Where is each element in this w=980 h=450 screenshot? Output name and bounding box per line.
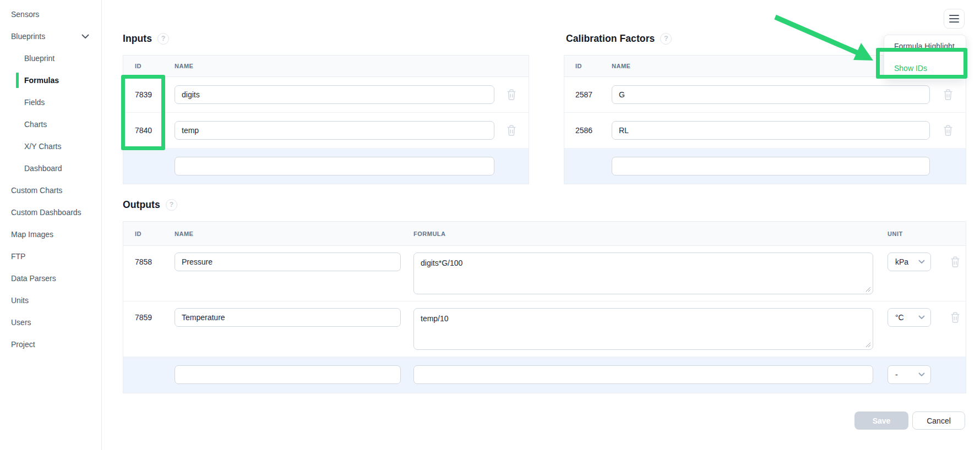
menu-item-label: Show IDs: [894, 64, 927, 73]
table-row: 7858 digits*G/100 kPa: [123, 246, 966, 301]
output-id-value: 7859: [123, 308, 175, 327]
sidebar: Sensors Blueprints Blueprint Formulas Fi…: [0, 0, 102, 450]
new-calibration-name-field[interactable]: [612, 157, 930, 175]
new-input-name-field[interactable]: [175, 157, 494, 175]
calibration-title: Calibration Factors: [566, 33, 655, 45]
help-icon[interactable]: ?: [157, 33, 169, 45]
inputs-title: Inputs: [123, 33, 152, 45]
sidebar-item-blueprints[interactable]: Blueprints: [0, 25, 101, 47]
trash-icon: [943, 124, 954, 136]
column-header-id: ID: [123, 231, 175, 237]
calibration-id-value: 2587: [564, 90, 612, 99]
inputs-section-header: Inputs ?: [123, 32, 169, 45]
sidebar-item-charts[interactable]: Charts: [0, 113, 101, 135]
sidebar-item-dashboard[interactable]: Dashboard: [0, 157, 101, 179]
sidebar-item-label: Fields: [24, 98, 45, 107]
sidebar-item-label: Custom Charts: [11, 186, 62, 195]
new-row: [564, 149, 966, 184]
table-row: 7859 temp/10 °C: [123, 301, 966, 357]
sidebar-item-fields[interactable]: Fields: [0, 91, 101, 113]
trash-icon: [950, 256, 961, 268]
save-button[interactable]: Save: [854, 411, 908, 430]
formulas-page: Sensors Blueprints Blueprint Formulas Fi…: [0, 0, 980, 450]
calibration-name-field[interactable]: [612, 121, 930, 140]
menu-item-formula-highlight[interactable]: Formula Highlight: [884, 35, 966, 57]
output-name-field[interactable]: [175, 253, 401, 271]
input-name-field[interactable]: [175, 85, 494, 104]
form-actions: Save Cancel: [854, 411, 965, 430]
table-row: 7839: [123, 77, 529, 113]
sidebar-item-data-parsers[interactable]: Data Parsers: [0, 267, 101, 289]
chevron-down-icon: [918, 372, 925, 377]
unit-select[interactable]: °C: [888, 308, 931, 327]
active-indicator-bar: [16, 73, 19, 88]
sidebar-item-label: Users: [11, 318, 31, 327]
sidebar-item-xy-charts[interactable]: X/Y Charts: [0, 135, 101, 157]
input-id-value: 7839: [123, 90, 175, 99]
new-row: [123, 149, 529, 184]
unit-selected-value: °C: [895, 313, 918, 322]
cancel-button[interactable]: Cancel: [912, 411, 965, 430]
sidebar-item-project[interactable]: Project: [0, 333, 101, 355]
unit-select[interactable]: kPa: [888, 253, 931, 271]
delete-row-button[interactable]: [506, 121, 517, 140]
delete-row-button[interactable]: [950, 308, 961, 327]
sidebar-item-label: Sensors: [11, 10, 39, 19]
sidebar-item-units[interactable]: Units: [0, 289, 101, 311]
sidebar-item-sensors[interactable]: Sensors: [0, 3, 101, 25]
help-icon[interactable]: ?: [660, 33, 672, 45]
inputs-table-header: ID NAME: [123, 56, 529, 77]
delete-row-button[interactable]: [943, 121, 954, 140]
hamburger-icon: [949, 15, 959, 23]
unit-select[interactable]: -: [888, 365, 931, 384]
column-header-unit: UNIT: [888, 231, 945, 237]
chevron-down-icon: [81, 34, 89, 39]
options-dropdown-menu: Formula Highlight Show IDs: [884, 35, 966, 80]
help-icon[interactable]: ?: [166, 199, 177, 211]
column-header-id: ID: [123, 63, 175, 69]
sidebar-item-custom-dashboards[interactable]: Custom Dashboards: [0, 201, 101, 223]
sidebar-item-map-images[interactable]: Map Images: [0, 223, 101, 245]
new-output-formula-field[interactable]: [413, 365, 873, 384]
sidebar-item-label: Data Parsers: [11, 274, 56, 283]
delete-row-button[interactable]: [943, 85, 954, 104]
calibration-name-field[interactable]: [612, 85, 930, 104]
outputs-table: ID NAME FORMULA UNIT 7858 digits*G/100 k…: [123, 221, 966, 393]
sidebar-item-label: Units: [11, 296, 29, 305]
sidebar-item-label: X/Y Charts: [24, 142, 61, 151]
output-formula-field[interactable]: temp/10: [413, 308, 873, 350]
menu-item-show-ids[interactable]: Show IDs: [884, 57, 966, 79]
formula-text: digits*G/100: [421, 259, 462, 267]
sidebar-item-label: Charts: [24, 120, 47, 129]
new-output-name-field[interactable]: [175, 365, 401, 384]
sidebar-item-formulas[interactable]: Formulas: [0, 69, 101, 91]
resize-handle-icon[interactable]: [865, 342, 871, 348]
delete-row-button[interactable]: [950, 253, 961, 271]
sidebar-item-label: Blueprint: [24, 54, 55, 63]
resize-handle-icon[interactable]: [865, 287, 871, 292]
sidebar-item-users[interactable]: Users: [0, 311, 101, 333]
unit-selected-value: -: [895, 370, 918, 379]
table-row: 2587: [564, 77, 966, 113]
sidebar-item-blueprint[interactable]: Blueprint: [0, 47, 101, 69]
input-id-value: 7840: [123, 126, 175, 135]
sidebar-item-label: Blueprints: [11, 32, 45, 41]
options-menu-button[interactable]: [944, 9, 965, 29]
output-name-field[interactable]: [175, 308, 401, 327]
input-name-field[interactable]: [175, 121, 494, 140]
new-row: -: [123, 357, 966, 393]
trash-icon: [950, 311, 961, 323]
formula-text: temp/10: [421, 314, 449, 323]
menu-item-label: Formula Highlight: [894, 42, 955, 51]
sidebar-item-custom-charts[interactable]: Custom Charts: [0, 179, 101, 201]
calibration-section-header: Calibration Factors ?: [566, 32, 672, 45]
column-header-name: NAME: [175, 231, 413, 237]
sidebar-item-label: Custom Dashboards: [11, 208, 81, 217]
column-header-id: ID: [564, 63, 612, 69]
calibration-id-value: 2586: [564, 126, 612, 135]
sidebar-item-ftp[interactable]: FTP: [0, 245, 101, 267]
output-formula-field[interactable]: digits*G/100: [413, 253, 873, 294]
inputs-table: ID NAME 7839 7840: [123, 55, 529, 184]
sidebar-item-label: Map Images: [11, 230, 53, 239]
delete-row-button[interactable]: [506, 85, 517, 104]
